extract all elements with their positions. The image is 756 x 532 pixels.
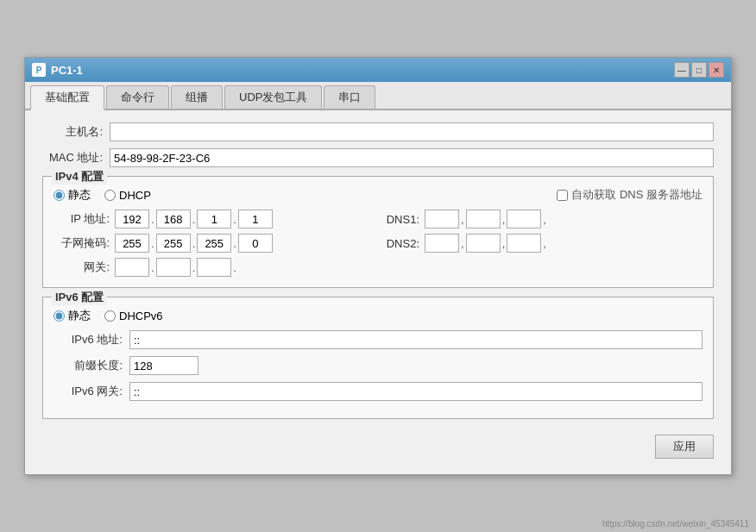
dns1-label: DNS1:	[385, 213, 419, 226]
tab-serial[interactable]: 串口	[324, 85, 375, 109]
minimize-button[interactable]: —	[674, 62, 690, 78]
window-title: PC1-1	[51, 64, 83, 77]
prefix-input[interactable]	[129, 356, 198, 375]
mask-dot1: .	[151, 237, 154, 250]
ipv4-left-fields: IP 地址: . . . 子网掩码:	[54, 210, 371, 277]
close-button[interactable]: ✕	[709, 62, 724, 78]
ipv4-static-radio[interactable]: 静态	[54, 187, 91, 203]
dns1-oct1[interactable]	[425, 210, 459, 228]
dns2-oct3[interactable]	[507, 234, 541, 253]
ipv4-right-fields: DNS1: , , , DNS2:	[385, 210, 702, 277]
mac-row: MAC 地址:	[42, 148, 714, 167]
ipv4-section-title: IPv4 配置	[52, 169, 107, 185]
watermark: https://blog.csdn.net/weixin_45345411	[602, 519, 749, 529]
gateway-oct2[interactable]	[156, 258, 191, 277]
ipv6-section-title: IPv6 配置	[52, 290, 107, 305]
title-bar-buttons: — □ ✕	[674, 62, 724, 78]
gw-dot2: .	[192, 261, 196, 274]
mask-dot3: .	[233, 237, 236, 250]
main-content: 主机名: MAC 地址: IPv4 配置 静态 DHCP	[25, 110, 731, 474]
dns2-label: DNS2:	[385, 237, 419, 250]
hostname-row: 主机名:	[42, 122, 714, 141]
mask-oct1[interactable]	[115, 234, 149, 253]
dns2-oct1[interactable]	[425, 234, 459, 253]
main-window: P PC1-1 — □ ✕ 基础配置 命令行 组播 UDP发包工具 串口 主机名…	[24, 57, 732, 475]
ipv6-section: IPv6 配置 静态 DHCPv6 IPv6 地址: 前缀长度:	[42, 297, 714, 419]
hostname-label: 主机名:	[42, 124, 103, 140]
auto-dns-label: 自动获取 DNS 服务器地址	[571, 187, 702, 203]
ipv4-dhcp-radio[interactable]: DHCP	[104, 189, 151, 202]
title-bar: P PC1-1 — □ ✕	[25, 58, 731, 82]
hostname-input[interactable]	[110, 122, 714, 141]
mask-oct3[interactable]	[197, 234, 231, 253]
ipv4-radio-row: 静态 DHCP 自动获取 DNS 服务器地址	[54, 184, 702, 203]
dns2-inputs: , , ,	[425, 234, 548, 253]
ipv6-gateway-input[interactable]	[129, 382, 702, 401]
maximize-button[interactable]: □	[691, 62, 707, 78]
title-bar-left: P PC1-1	[32, 63, 83, 77]
ip-oct2[interactable]	[156, 210, 191, 228]
ipv6-radio-row: 静态 DHCPv6	[54, 304, 702, 323]
ip-oct4[interactable]	[238, 210, 273, 228]
ip-oct3[interactable]	[197, 210, 231, 228]
ipv6-static-label: 静态	[68, 308, 91, 323]
gw-dot1: .	[151, 261, 154, 274]
ipv6-address-row: IPv6 地址:	[54, 330, 702, 349]
ipv6-gateway-label: IPv6 网关:	[54, 384, 123, 399]
ip-dot2: .	[192, 213, 196, 226]
gateway-inputs: . . .	[115, 258, 238, 277]
prefix-label: 前缀长度:	[54, 358, 123, 373]
mask-label: 子网掩码:	[54, 235, 110, 251]
ipv4-fields: IP 地址: . . . 子网掩码:	[54, 210, 702, 277]
ipv6-static-radio[interactable]: 静态	[54, 308, 91, 323]
dns1-row: DNS1: , , ,	[385, 210, 702, 228]
window-icon: P	[32, 63, 46, 77]
ip-dot3: .	[233, 213, 236, 226]
mask-dot2: .	[192, 237, 196, 250]
ipv6-gateway-row: IPv6 网关:	[54, 382, 702, 401]
ipv6-dhcpv6-radio[interactable]: DHCPv6	[104, 310, 163, 322]
auto-dns-checkbox[interactable]: 自动获取 DNS 服务器地址	[557, 187, 702, 203]
ip-address-row: IP 地址: . . .	[54, 210, 371, 228]
mask-inputs: . . .	[115, 234, 273, 253]
gateway-oct3[interactable]	[197, 258, 231, 277]
mask-row: 子网掩码: . . .	[54, 234, 371, 253]
tab-cmd[interactable]: 命令行	[106, 85, 169, 109]
ip-oct1[interactable]	[115, 210, 149, 228]
dns2-row: DNS2: , , ,	[385, 234, 702, 253]
dns1-inputs: , , ,	[425, 210, 548, 228]
ip-address-label: IP 地址:	[54, 211, 110, 227]
prefix-row: 前缀长度:	[54, 356, 702, 375]
ipv4-static-label: 静态	[68, 187, 91, 203]
gateway-oct1[interactable]	[115, 258, 149, 277]
tab-multicast[interactable]: 组播	[171, 85, 223, 109]
dns1-oct2[interactable]	[466, 210, 501, 228]
apply-row: 应用	[42, 428, 714, 462]
ipv6-address-input[interactable]	[129, 330, 702, 349]
tab-bar: 基础配置 命令行 组播 UDP发包工具 串口	[25, 82, 731, 110]
apply-button[interactable]: 应用	[655, 435, 714, 459]
ipv6-dhcpv6-label: DHCPv6	[119, 310, 163, 322]
mask-oct4[interactable]	[238, 234, 273, 253]
ipv4-dhcp-label: DHCP	[119, 189, 151, 202]
mac-label: MAC 地址:	[42, 150, 103, 166]
mask-oct2[interactable]	[156, 234, 191, 253]
mac-input[interactable]	[110, 148, 714, 167]
gateway-label: 网关:	[54, 260, 110, 275]
dns2-oct2[interactable]	[466, 234, 501, 253]
ip-address-inputs: . . .	[115, 210, 273, 228]
dns1-oct3[interactable]	[507, 210, 541, 228]
ipv6-address-label: IPv6 地址:	[54, 332, 123, 347]
tab-basic[interactable]: 基础配置	[30, 85, 104, 110]
ip-dot1: .	[151, 213, 154, 226]
gateway-row: 网关: . . .	[54, 258, 371, 277]
ipv4-section: IPv4 配置 静态 DHCP 自动获取 DNS 服务器地址	[42, 176, 714, 288]
gw-dot3: .	[233, 261, 236, 274]
tab-udp[interactable]: UDP发包工具	[224, 85, 322, 109]
